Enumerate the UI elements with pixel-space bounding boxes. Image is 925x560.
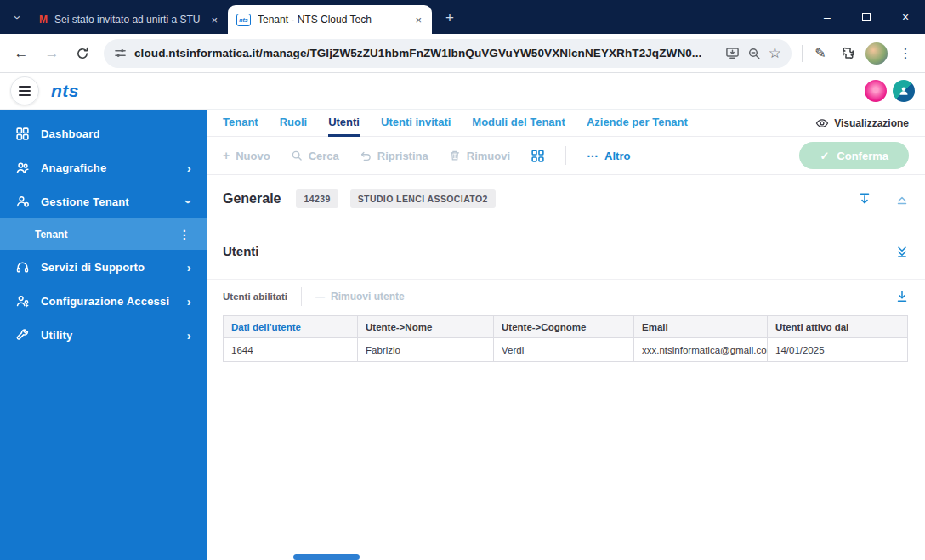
trash-icon bbox=[449, 150, 461, 161]
chevron-down-icon: › bbox=[12, 15, 25, 20]
nuovo-button[interactable]: + Nuovo bbox=[223, 150, 270, 162]
maximize-icon bbox=[862, 13, 871, 21]
expand-all-icon[interactable] bbox=[858, 192, 871, 206]
conferma-button[interactable]: ✓ Conferma bbox=[799, 142, 909, 169]
conferma-label: Conferma bbox=[837, 150, 888, 162]
utenti-subtoolbar: Utenti abilitati — Rimuovi utente bbox=[207, 280, 925, 314]
hamburger-menu-button[interactable] bbox=[10, 76, 39, 105]
column-header-cognome: Utente->Cognome bbox=[494, 316, 634, 338]
browser-profile-avatar[interactable] bbox=[865, 42, 888, 65]
user-avatar[interactable] bbox=[893, 80, 915, 102]
close-tab-icon[interactable]: × bbox=[209, 14, 219, 26]
action-toolbar: + Nuovo Cerca Ripristina bbox=[207, 137, 925, 175]
chevron-right-icon: › bbox=[187, 294, 191, 308]
tenant-name-badge: STUDIO LENCI ASSOCIATO2 bbox=[350, 189, 496, 208]
site-info-icon[interactable] bbox=[114, 47, 127, 59]
cerca-button[interactable]: Cerca bbox=[291, 150, 339, 162]
sidebar-item-label: Utility bbox=[41, 329, 73, 342]
pencil-icon[interactable]: ✎ bbox=[808, 41, 833, 66]
tab-tenant[interactable]: Tenant bbox=[223, 110, 258, 137]
tab-title: Tenant - NTS Cloud Tech bbox=[258, 14, 406, 25]
chevron-right-icon: › bbox=[187, 328, 191, 342]
tab-moduli-del-tenant[interactable]: Moduli del Tenant bbox=[472, 110, 565, 137]
altro-button[interactable]: ⋯ Altro bbox=[587, 150, 630, 162]
wrench-icon bbox=[15, 328, 30, 342]
people-icon bbox=[15, 161, 30, 175]
url-text[interactable]: cloud.ntsinformatica.it/manage/TGljZW5zZ… bbox=[134, 47, 718, 59]
column-header-nome: Utente->Nome bbox=[358, 316, 494, 338]
tab-aziende-per-tenant[interactable]: Aziende per Tenant bbox=[587, 110, 688, 137]
browser-toolbar: ← → cloud.ntsinformatica.it/manage/TGljZ… bbox=[0, 34, 925, 73]
rimuovi-button[interactable]: Rimuovi bbox=[449, 150, 510, 162]
check-icon: ✓ bbox=[820, 150, 829, 162]
altro-label: Altro bbox=[604, 150, 630, 162]
download-icon[interactable] bbox=[895, 290, 909, 303]
back-button[interactable]: ← bbox=[7, 39, 36, 68]
bookmark-star-icon[interactable]: ☆ bbox=[769, 44, 781, 62]
table-header-row: Dati dell'utente Utente->Nome Utente->Co… bbox=[224, 316, 908, 338]
rimuovi-utente-button[interactable]: — Rimuovi utente bbox=[315, 291, 405, 303]
generale-title: Generale bbox=[223, 191, 281, 206]
reload-button[interactable] bbox=[68, 39, 97, 68]
horizontal-scrollbar-thumb[interactable] bbox=[293, 554, 360, 560]
app-header-right bbox=[865, 80, 915, 102]
browser-tabstrip: › M Sei stato invitato ad unirti a STU ×… bbox=[0, 0, 925, 34]
zoom-icon[interactable] bbox=[747, 47, 761, 60]
collapse-section-icon[interactable] bbox=[895, 192, 909, 206]
install-app-icon[interactable] bbox=[725, 46, 740, 60]
table-row[interactable]: 1644 Fabrizio Verdi xxx.ntsinformatica@g… bbox=[224, 338, 908, 362]
sidebar-item-gestione-tenant[interactable]: Gestione Tenant › bbox=[0, 184, 207, 218]
minus-icon: — bbox=[315, 292, 325, 302]
generale-section-header: Generale 14239 STUDIO LENCI ASSOCIATO2 bbox=[207, 175, 925, 223]
close-tab-icon[interactable]: × bbox=[413, 14, 423, 26]
undo-icon bbox=[360, 150, 372, 161]
grid-view-button[interactable] bbox=[531, 149, 545, 163]
cell-cognome[interactable]: Verdi bbox=[494, 338, 634, 362]
search-icon bbox=[291, 150, 303, 161]
sidebar-item-dashboard[interactable]: Dashboard bbox=[0, 116, 207, 150]
theme-avatar[interactable] bbox=[865, 80, 887, 102]
cell-user-id[interactable]: 1644 bbox=[224, 338, 358, 362]
main-content: Tenant Ruoli Utenti Utenti invitati Modu… bbox=[207, 110, 925, 560]
tab-ruoli[interactable]: Ruoli bbox=[280, 110, 308, 137]
chevron-down-icon: › bbox=[182, 199, 196, 203]
cell-email[interactable]: xxx.ntsinformatica@gmail.com bbox=[634, 338, 768, 362]
rimuovi-label: Rimuovi bbox=[467, 150, 510, 162]
browser-tab-gmail[interactable]: M Sei stato invitato ad unirti a STU × bbox=[31, 5, 228, 34]
utenti-title: Utenti bbox=[223, 244, 259, 258]
collapse-rows-icon[interactable] bbox=[895, 245, 909, 258]
minimize-button[interactable]: – bbox=[808, 0, 847, 34]
browser-tab-active[interactable]: nts Tenant - NTS Cloud Tech × bbox=[228, 5, 432, 34]
extensions-puzzle-icon[interactable] bbox=[835, 41, 860, 66]
sidebar-item-label: Servizi di Supporto bbox=[41, 261, 145, 274]
sidebar-item-utility[interactable]: Utility › bbox=[0, 318, 207, 352]
sidebar-item-servizi-di-supporto[interactable]: Servizi di Supporto › bbox=[0, 250, 207, 284]
tab-utenti[interactable]: Utenti bbox=[328, 110, 360, 137]
gmail-icon: M bbox=[39, 14, 48, 25]
sidebar-item-configurazione-accessi[interactable]: Configurazione Accessi › bbox=[0, 284, 207, 318]
address-bar[interactable]: cloud.ntsinformatica.it/manage/TGljZW5zZ… bbox=[104, 39, 792, 68]
browser-window: › M Sei stato invitato ad unirti a STU ×… bbox=[0, 0, 925, 560]
browser-menu-kebab-icon[interactable]: ⋮ bbox=[893, 41, 918, 66]
sidebar-subitem-tenant[interactable]: Tenant ⋮ bbox=[0, 218, 207, 250]
close-window-button[interactable]: × bbox=[886, 0, 925, 34]
ripristina-button[interactable]: Ripristina bbox=[360, 150, 428, 162]
utenti-section-header: Utenti bbox=[207, 223, 925, 280]
maximize-button[interactable] bbox=[847, 0, 886, 34]
sidebar-item-anagrafiche[interactable]: Anagrafiche › bbox=[0, 150, 207, 184]
rimuovi-utente-label: Rimuovi utente bbox=[331, 291, 405, 303]
sidebar-item-label: Dashboard bbox=[41, 127, 100, 140]
tab-search-button[interactable]: › bbox=[5, 0, 31, 34]
cell-nome[interactable]: Fabrizio bbox=[358, 338, 494, 362]
subitem-menu-kebab-icon[interactable]: ⋮ bbox=[179, 228, 191, 241]
subtoolbar-divider bbox=[301, 287, 302, 306]
tab-utenti-invitati[interactable]: Utenti invitati bbox=[381, 110, 451, 137]
new-tab-button[interactable]: + bbox=[439, 7, 461, 29]
window-controls: – × bbox=[808, 0, 925, 34]
app-body: Dashboard Anagrafiche › Gesti bbox=[0, 110, 925, 560]
utenti-abilitati-label: Utenti abilitati bbox=[223, 291, 287, 302]
forward-button[interactable]: → bbox=[37, 39, 66, 68]
person-icon bbox=[898, 85, 910, 97]
cell-attivo-dal[interactable]: 14/01/2025 bbox=[768, 338, 908, 362]
view-mode-toggle[interactable]: Visualizzazione bbox=[815, 116, 909, 130]
